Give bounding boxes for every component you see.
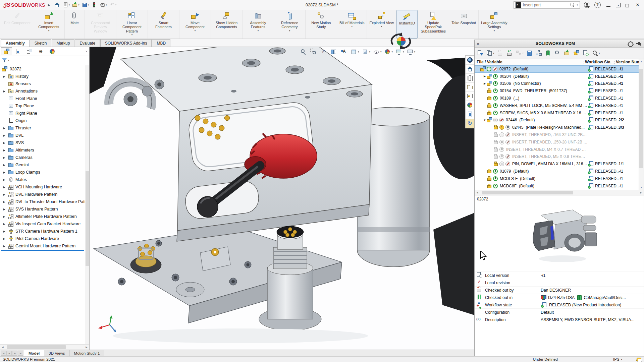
- ribbon-button[interactable]: Assembly Features ▾: [243, 10, 274, 39]
- task-pane-tab[interactable]: [466, 83, 474, 92]
- view-toolbar-button[interactable]: ▾: [362, 49, 371, 55]
- ribbon-button[interactable]: Move Component ▾: [179, 10, 211, 39]
- expand-arrow-icon[interactable]: ▶: [2, 127, 6, 130]
- expand-arrow-icon[interactable]: ▶: [483, 75, 487, 78]
- ribbon-button[interactable]: Bill of Materials ▾: [337, 10, 367, 39]
- feature-tree-item[interactable]: Sensors: [0, 80, 85, 87]
- pdm-vertical-scrollbar[interactable]: ▲ ▼: [639, 59, 644, 190]
- dropdown-caret-icon[interactable]: ▾: [414, 51, 416, 53]
- quick-access-button[interactable]: ▾: [71, 2, 80, 8]
- pdm-file-row[interactable]: PIN, DOWEL, 6MM DIA X 16MM L, 316... REL…: [475, 160, 639, 168]
- feature-tree-item[interactable]: ▶ DVL Hardware Pattern: [0, 191, 85, 198]
- dropdown-caret-icon[interactable]: ▾: [131, 34, 133, 36]
- expand-arrow-icon[interactable]: ▶: [2, 223, 6, 226]
- scroll-left-icon[interactable]: ◀: [475, 190, 480, 195]
- feature-tree-item[interactable]: ▶ Gemini: [0, 161, 85, 169]
- dropdown-caret-icon[interactable]: ▾: [599, 52, 600, 55]
- ribbon-button[interactable]: Smart Fasteners: [148, 10, 179, 39]
- filter-dropdown-icon[interactable]: ▾: [8, 59, 9, 62]
- scrollbar-thumb[interactable]: [7, 345, 66, 349]
- dropdown-caret-icon[interactable]: ▾: [69, 4, 70, 6]
- view-toolbar-button[interactable]: ▾: [373, 49, 382, 55]
- expand-arrow-icon[interactable]: ▶: [2, 75, 6, 78]
- view-toolbar-button[interactable]: [340, 49, 348, 55]
- feature-tree-item[interactable]: ▶ Altimeter Plate Hardware Pattern: [0, 213, 85, 220]
- dropdown-caret-icon[interactable]: ▾: [493, 52, 494, 55]
- pdm-file-row[interactable]: 00154_FWD_THRUSTER(5011T37) RELEASED... …: [475, 87, 639, 95]
- pdm-file-row[interactable]: INSERT, THREADED, .250-28 UNF-2B X...: [475, 138, 639, 146]
- ribbon-tab[interactable]: Evaluate: [75, 39, 100, 47]
- tab-scroll-button[interactable]: ▶: [12, 351, 17, 356]
- feature-tree-item[interactable]: ▶ Loop Clamps: [0, 169, 85, 176]
- ribbon-button[interactable]: Large Assembly Settings ▾: [479, 10, 510, 39]
- expand-arrow-icon[interactable]: ▶: [2, 200, 6, 203]
- feature-tree-item[interactable]: ▶ VCH Mounting Hardware: [0, 183, 85, 191]
- pdm-toolbar-button[interactable]: [506, 50, 513, 56]
- search-icon[interactable]: [570, 3, 575, 7]
- graphics-viewport[interactable]: ▾ ▾ ▾ ▾ ▾ ▾: [90, 47, 474, 350]
- pdm-file-row[interactable]: 02872(Default) RELEASED... -/1: [475, 65, 639, 73]
- pdm-toolbar-button[interactable]: [583, 50, 589, 56]
- feature-tree-item[interactable]: ▶ Thruster: [0, 124, 85, 132]
- scrollbar-thumb[interactable]: [482, 191, 574, 194]
- pdm-file-row[interactable]: ▶ 00204(Default) RELEASED... -/1: [475, 73, 639, 80]
- expand-arrow-icon[interactable]: ▶: [2, 171, 6, 174]
- dropdown-caret-icon[interactable]: ▾: [78, 4, 79, 6]
- column-version-number[interactable]: Version Num: [614, 60, 639, 64]
- pdm-toolbar-button[interactable]: [554, 50, 561, 56]
- expand-arrow-icon[interactable]: ▶: [2, 245, 6, 248]
- view-toolbar-button[interactable]: [320, 49, 328, 55]
- restore-icon[interactable]: [626, 3, 630, 7]
- dropdown-caret-icon[interactable]: ▾: [369, 51, 371, 53]
- scroll-up-icon[interactable]: ▲: [639, 59, 644, 64]
- pdm-file-row[interactable]: SCREW, SHCS, M5 X 0.8 MM THREAD X 16 M..…: [475, 109, 639, 117]
- expand-arrow-icon[interactable]: ▶: [2, 215, 6, 218]
- feature-tree-item[interactable]: ▶ Cameras: [0, 154, 85, 161]
- close-icon[interactable]: [635, 3, 640, 7]
- ribbon-button[interactable]: Linear Component Pattern ▾: [116, 10, 148, 39]
- pdm-toolbar-button[interactable]: [526, 50, 533, 56]
- feature-tree-item[interactable]: ▶ DVL to Thruster Mount Hardware Pattern: [0, 198, 85, 205]
- column-file-variable[interactable]: File / Variable: [477, 60, 584, 64]
- ribbon-tab[interactable]: Markup: [52, 39, 74, 47]
- dropdown-caret-icon[interactable]: ▾: [258, 29, 259, 32]
- expand-arrow-icon[interactable]: ▶: [2, 134, 6, 137]
- dropdown-caret-icon[interactable]: ▾: [523, 52, 524, 55]
- scrollbar-thumb[interactable]: [639, 69, 643, 168]
- feature-tree-item[interactable]: Right Plane: [0, 110, 85, 117]
- scroll-right-icon[interactable]: ▶: [84, 345, 89, 350]
- tab-scroll-button[interactable]: ◀: [6, 351, 12, 356]
- expand-arrow-icon[interactable]: ▶: [2, 178, 6, 181]
- task-pane-tab[interactable]: [466, 74, 474, 83]
- panel-tab[interactable]: [24, 47, 35, 55]
- search-input[interactable]: [523, 3, 568, 7]
- pdm-file-row[interactable]: 00189(...) RELEASED... -/1: [475, 95, 639, 102]
- task-pane-tab[interactable]: [466, 110, 474, 119]
- pdm-settings-gear-icon[interactable]: [627, 41, 633, 47]
- document-tab[interactable]: 3D Views: [44, 350, 69, 356]
- min-icon[interactable]: [606, 3, 611, 7]
- expand-arrow-icon[interactable]: ▶: [483, 82, 487, 85]
- feature-tree-item[interactable]: ▶ History: [0, 73, 85, 80]
- panel-tab[interactable]: [35, 47, 46, 55]
- feature-tree-item[interactable]: Origin: [0, 117, 85, 124]
- pdm-file-row[interactable]: 02445(Plate Re-design<As Machined... REL…: [475, 124, 639, 131]
- task-pane-tab[interactable]: [466, 92, 474, 101]
- dropdown-caret-icon[interactable]: ▾: [48, 29, 50, 32]
- pdm-toolbar-button[interactable]: [477, 50, 484, 56]
- feature-tree-item[interactable]: Front Plane: [0, 95, 85, 102]
- quick-access-button[interactable]: ▾: [62, 2, 71, 8]
- pdm-file-row[interactable]: INSERT, THREADED, M4 X 0.7 THREAD X 4...: [475, 146, 639, 153]
- pdm-toolbar-button[interactable]: [497, 50, 504, 56]
- pdm-toolbar-button[interactable]: [564, 50, 571, 56]
- pdm-toolbar-button[interactable]: [536, 50, 542, 56]
- quick-access-button[interactable]: ▾: [99, 2, 108, 8]
- logo-flyout-icon[interactable]: ▶: [48, 3, 50, 7]
- pdm-file-row[interactable]: WASHER, SPLIT LOCK, M5 SCREW, 5.4 MM ID …: [475, 102, 639, 109]
- pdm-toolbar-button[interactable]: [573, 50, 580, 56]
- tree-root-item[interactable]: 02872: [0, 65, 85, 73]
- feature-tree-item[interactable]: ▶ STR Camera Hardware Pattern 1: [0, 228, 85, 235]
- pdm-file-row[interactable]: ▼ 02446(Default) RELEASED... 2/2: [475, 117, 639, 124]
- ribbon-button[interactable]: New Motion Study: [306, 10, 337, 39]
- account-icon[interactable]: [584, 2, 590, 8]
